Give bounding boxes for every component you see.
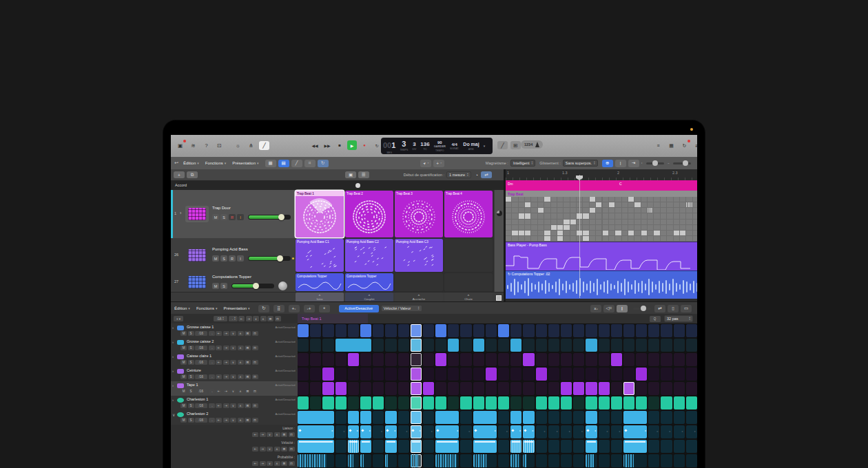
division-stepper[interactable]: /16: [195, 403, 207, 408]
pattern-cell-on[interactable]: [544, 197, 550, 202]
step-on[interactable]: [661, 396, 672, 410]
step-off[interactable]: [398, 454, 409, 467]
step-off[interactable]: [486, 339, 497, 352]
speaker-icon[interactable]: ◁=: [603, 305, 614, 312]
step-off[interactable]: [661, 368, 672, 381]
step-off[interactable]: [385, 324, 396, 337]
step-on[interactable]: [636, 368, 647, 381]
step-off[interactable]: [623, 324, 634, 337]
step-off[interactable]: [573, 324, 584, 337]
volume-slider[interactable]: [248, 256, 291, 261]
seq-menu-edition[interactable]: Édition▾: [174, 306, 190, 310]
down-button[interactable]: ∨: [230, 389, 236, 394]
step-on[interactable]: [611, 396, 622, 410]
step-on[interactable]: [510, 411, 521, 424]
loop-cell[interactable]: Computations Topper: [296, 273, 344, 291]
vertical-zoom-slider[interactable]: [646, 162, 664, 164]
solo-button[interactable]: S: [188, 331, 194, 336]
step-off[interactable]: [674, 353, 685, 366]
browser-icon[interactable]: ⣿: [273, 305, 285, 312]
step-off[interactable]: [561, 368, 572, 381]
count-in-button[interactable]: 1234: [524, 142, 533, 147]
up-button[interactable]: ∧: [238, 374, 244, 379]
note-left-button[interactable]: +◦: [216, 374, 222, 379]
pattern-cell-on[interactable]: [519, 231, 524, 235]
note-left-button[interactable]: +◦: [216, 360, 222, 365]
step-off[interactable]: [448, 382, 459, 395]
note-right-button[interactable]: ◦+: [246, 316, 252, 321]
enable-toggle-label[interactable]: Activé/Desactivé: [275, 326, 296, 329]
step-off[interactable]: [411, 353, 422, 366]
step-off[interactable]: [423, 454, 434, 467]
rotate-stepper[interactable]: →: [209, 403, 215, 408]
down-button[interactable]: ∨: [230, 418, 236, 423]
step-off[interactable]: [398, 382, 409, 395]
rotate-stepper[interactable]: →: [209, 418, 215, 423]
step-off[interactable]: [460, 382, 471, 395]
step-on[interactable]: [473, 396, 484, 410]
step-off[interactable]: [536, 454, 547, 467]
step-on[interactable]: [360, 454, 371, 467]
note-right-button[interactable]: ◦+: [223, 331, 229, 336]
step-off[interactable]: ▸: [548, 425, 559, 438]
rotate-stepper[interactable]: →: [209, 331, 215, 336]
board-button[interactable]: ▣: [345, 171, 356, 178]
step-off[interactable]: [648, 454, 659, 467]
enable-toggle-label[interactable]: Activé/Desactivé: [275, 398, 296, 401]
solo-button[interactable]: S: [188, 360, 194, 365]
lcd-display[interactable]: 001 MES 3TEMPS 3DIV 136TIC 90GARDERTEMPO…: [381, 138, 493, 154]
pattern-cell-on[interactable]: [506, 197, 511, 202]
step-on[interactable]: [435, 396, 446, 410]
seq-track-header[interactable]: ›Grosse caisse 2Activé/DesactivéMS/16→+◦…: [171, 338, 298, 353]
solo-button[interactable]: S: [188, 403, 194, 408]
step-off[interactable]: [360, 382, 371, 395]
disclosure-icon[interactable]: ›: [180, 211, 181, 215]
pattern-cell-on[interactable]: [583, 231, 588, 235]
step-off[interactable]: ▸: [398, 425, 409, 438]
step-on[interactable]: [623, 396, 634, 410]
step-off[interactable]: [674, 368, 685, 381]
step-on[interactable]: [411, 454, 422, 467]
pattern-cell-on[interactable]: [641, 231, 647, 235]
step-off[interactable]: [573, 396, 584, 410]
enable-toggle-label[interactable]: Activé/Desactivé: [275, 383, 296, 387]
step-off[interactable]: [310, 324, 321, 337]
fill-button[interactable]: ⊡: [252, 389, 258, 394]
seq-track-header[interactable]: ›Charleston 1Activé/DesactivéMS/16→+◦◦+∨…: [171, 396, 298, 411]
step-off[interactable]: [536, 339, 547, 352]
step-off[interactable]: [573, 454, 584, 467]
note-right-button[interactable]: ◦+: [223, 360, 229, 365]
step-on[interactable]: [486, 396, 497, 410]
step-on[interactable]: ▸: [510, 425, 521, 438]
step-on[interactable]: [573, 382, 584, 395]
tracks-view-icon[interactable]: ▤: [278, 160, 289, 167]
subrow-control-button[interactable]: ◦+: [260, 447, 266, 451]
edit-mode-select[interactable]: Vélocité / Valeur▴▾: [381, 305, 422, 312]
clear-button[interactable]: ⊠: [245, 418, 251, 423]
step-off[interactable]: ▸: [498, 425, 509, 438]
step-on[interactable]: [674, 396, 685, 410]
step-off[interactable]: [335, 324, 347, 337]
step-off[interactable]: [561, 324, 572, 337]
loop-cell[interactable]: Trap Beat 3: [395, 191, 443, 237]
pencil-icon[interactable]: ╱: [497, 141, 508, 149]
step-off[interactable]: [548, 368, 559, 381]
pattern-cell-on[interactable]: [628, 197, 634, 202]
step-on[interactable]: [611, 353, 622, 366]
disclosure-icon[interactable]: ›: [172, 383, 174, 387]
menu-presentation[interactable]: Présentation▾: [232, 161, 258, 165]
step-off[interactable]: [423, 353, 434, 366]
pattern-cell-on[interactable]: [538, 208, 544, 213]
step-off[interactable]: [536, 411, 547, 424]
step-off[interactable]: [686, 353, 697, 366]
text-tool-icon[interactable]: I: [617, 305, 628, 312]
enable-toggle-label[interactable]: Activé/Desactivé: [275, 412, 296, 416]
stop-button[interactable]: ■: [335, 140, 344, 150]
cycle-region-icon[interactable]: ↻: [679, 141, 690, 150]
step-off[interactable]: [536, 324, 547, 337]
step-off[interactable]: [398, 339, 409, 352]
step-on[interactable]: [411, 411, 422, 424]
step-on[interactable]: ▸: [435, 425, 459, 438]
step-on[interactable]: ▸: [523, 425, 534, 438]
step-off[interactable]: [510, 396, 521, 410]
